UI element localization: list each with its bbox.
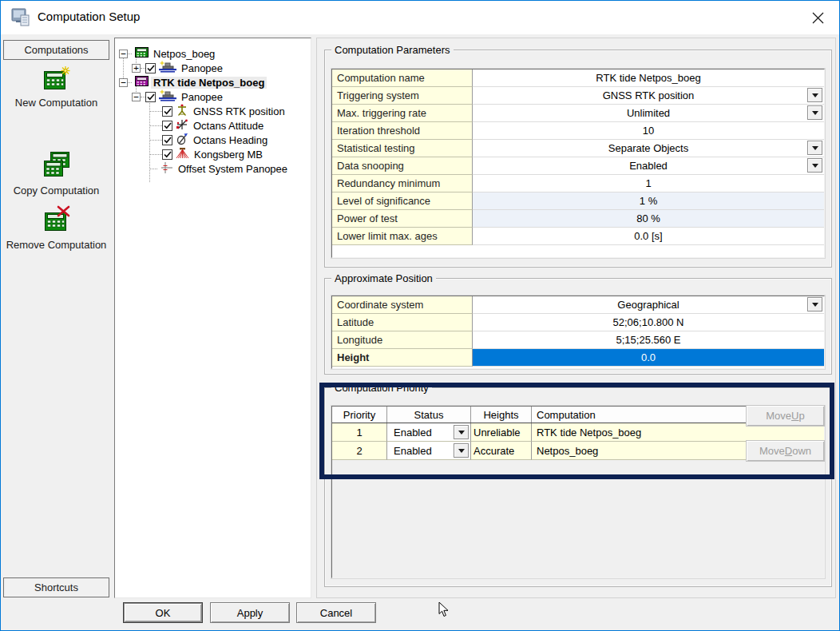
table-row: Coordinate system Geographical — [332, 296, 824, 314]
tree-item-octans-attitude[interactable]: Octans Attitude — [115, 118, 311, 133]
settings-panel: Computation Parameters Computation name … — [316, 38, 836, 598]
remove-computation-button[interactable]: Remove Computation — [2, 205, 110, 251]
multibeam-icon — [176, 147, 189, 161]
tree-item-rtk-tide-netpos-boeg[interactable]: − RTK tide Netpos_boeg — [115, 75, 311, 89]
window-title: Computation Setup — [38, 10, 140, 23]
table-row: Latitude 52;06;10.800 N — [332, 314, 824, 331]
checkbox-checked[interactable] — [162, 135, 172, 145]
data-snooping-dropdown[interactable]: Enabled — [473, 157, 824, 175]
status-dropdown[interactable]: Enabled — [387, 442, 471, 460]
table-row: Triggering system GNSS RTK position — [332, 87, 824, 105]
checkbox-checked[interactable] — [145, 92, 156, 102]
expander-icon[interactable]: − — [132, 93, 141, 101]
height-field-selected[interactable]: 0.0 — [473, 349, 824, 367]
tree-item-netpos-boeg[interactable]: − Netpos_boeg — [115, 46, 311, 61]
dropdown-arrow-icon[interactable] — [454, 425, 469, 439]
power-of-test-field: 80 % — [473, 210, 824, 228]
copy-computation-icon — [42, 151, 71, 180]
offset-system-icon — [160, 161, 173, 177]
title-bar: Computation Setup — [1, 1, 839, 34]
expander-icon[interactable]: − — [119, 78, 128, 87]
table-row: Iteration threshold 10 — [332, 122, 824, 140]
app-icon — [11, 8, 30, 30]
move-up-button[interactable]: Move Up — [746, 405, 825, 427]
remove-computation-label: Remove Computation — [2, 239, 110, 251]
group-title: Computation Priority — [331, 382, 432, 394]
computation-tree: − Netpos_boeg + Panopee − — [114, 38, 311, 598]
tree-item-label-selected: RTK tide Netpos_boeg — [151, 77, 267, 89]
vessel-icon — [159, 61, 176, 75]
checkbox-checked[interactable] — [162, 106, 172, 117]
copy-computation-label: Copy Computation — [2, 185, 110, 196]
shortcuts-tab[interactable]: Shortcuts — [3, 577, 109, 597]
coordinate-system-dropdown[interactable]: Geographical — [473, 296, 824, 314]
status-dropdown[interactable]: Enabled — [387, 423, 471, 442]
move-down-button[interactable]: Move Down — [746, 440, 825, 462]
max-triggering-rate-dropdown[interactable]: Unlimited — [473, 105, 824, 122]
tree-item-panopee-2[interactable]: − Panopee — [115, 89, 311, 104]
lower-limit-max-ages-field[interactable]: 0.0 [s] — [473, 228, 824, 245]
tree-item-label: GNSS RTK position — [191, 105, 287, 117]
cancel-button[interactable]: Cancel — [296, 602, 376, 623]
dropdown-arrow-icon[interactable] — [454, 443, 469, 458]
apply-button[interactable]: Apply — [210, 602, 290, 623]
heading-icon — [176, 133, 188, 148]
attitude-icon — [176, 118, 188, 133]
computation-priority-table: Priority Status Heights Computation 1 En… — [331, 406, 825, 578]
iteration-threshold-field[interactable]: 10 — [473, 122, 824, 140]
tree-item-label: Netpos_boeg — [151, 48, 217, 60]
latitude-field[interactable]: 52;06;10.800 N — [473, 314, 824, 331]
checkbox-checked[interactable] — [162, 121, 172, 131]
tree-item-offset-system-panopee[interactable]: Offset System Panopee — [115, 161, 311, 176]
new-computation-label: New Computation — [2, 97, 110, 109]
remove-computation-icon — [42, 205, 71, 234]
dropdown-arrow-icon[interactable] — [807, 297, 822, 312]
tree-item-label: Panopee — [179, 62, 225, 74]
tree-item-label: Panopee — [179, 91, 225, 103]
approximate-position-table: Coordinate system Geographical Latitude … — [331, 296, 825, 369]
table-row: Level of significance 1 % — [332, 192, 824, 210]
computation-purple-icon — [135, 76, 149, 89]
triggering-system-dropdown[interactable]: GNSS RTK position — [473, 87, 824, 105]
group-title: Approximate Position — [331, 272, 436, 284]
dropdown-arrow-icon[interactable] — [807, 158, 822, 173]
table-row: Power of test 80 % — [332, 210, 824, 228]
close-icon — [812, 12, 824, 24]
tree-item-kongsberg-mb[interactable]: Kongsberg MB — [115, 147, 311, 161]
tree-item-octans-heading[interactable]: Octans Heading — [115, 133, 311, 147]
table-row: Statistical testing Separate Objects — [332, 140, 824, 157]
copy-computation-button[interactable]: Copy Computation — [2, 151, 110, 196]
sidebar: Computations New Computation — [2, 38, 110, 598]
mouse-cursor — [438, 601, 449, 621]
table-row: Data snooping Enabled — [332, 157, 824, 175]
expander-icon[interactable]: + — [132, 64, 141, 73]
table-row: Max. triggering rate Unlimited — [332, 105, 824, 122]
expander-icon[interactable]: − — [119, 50, 128, 58]
tree-item-label: Offset System Panopee — [176, 163, 290, 175]
vessel-icon — [159, 89, 176, 104]
new-computation-icon — [42, 66, 71, 92]
new-computation-button[interactable]: New Computation — [2, 66, 110, 109]
table-row: Height 0.0 — [332, 349, 824, 367]
close-button[interactable] — [799, 2, 836, 33]
statistical-testing-dropdown[interactable]: Separate Objects — [473, 140, 824, 157]
tree-item-gnss-rtk-position[interactable]: GNSS RTK position — [115, 104, 311, 118]
table-row: Lower limit max. ages 0.0 [s] — [332, 228, 824, 245]
longitude-field[interactable]: 5;15;25.560 E — [473, 331, 824, 349]
ok-button[interactable]: OK — [123, 602, 203, 623]
computation-name-field[interactable]: RTK tide Netpos_boeg — [473, 69, 824, 87]
table-row: Redundancy minimum 1 — [332, 175, 824, 192]
dropdown-arrow-icon[interactable] — [807, 88, 822, 102]
checkbox-checked[interactable] — [162, 149, 172, 160]
dropdown-arrow-icon[interactable] — [807, 105, 822, 120]
checkbox-checked[interactable] — [145, 63, 156, 73]
computation-parameters-table: Computation name RTK tide Netpos_boeg Tr… — [331, 69, 825, 258]
computation-green-icon — [135, 47, 149, 60]
dropdown-arrow-icon[interactable] — [807, 141, 822, 155]
redundancy-minimum-field[interactable]: 1 — [473, 175, 824, 192]
computations-tab[interactable]: Computations — [3, 40, 109, 60]
table-row: Longitude 5;15;25.560 E — [332, 331, 824, 349]
table-row: Computation name RTK tide Netpos_boeg — [332, 69, 824, 87]
tree-item-panopee-1[interactable]: + Panopee — [115, 61, 311, 75]
tree-item-label: Octans Attitude — [191, 120, 266, 132]
